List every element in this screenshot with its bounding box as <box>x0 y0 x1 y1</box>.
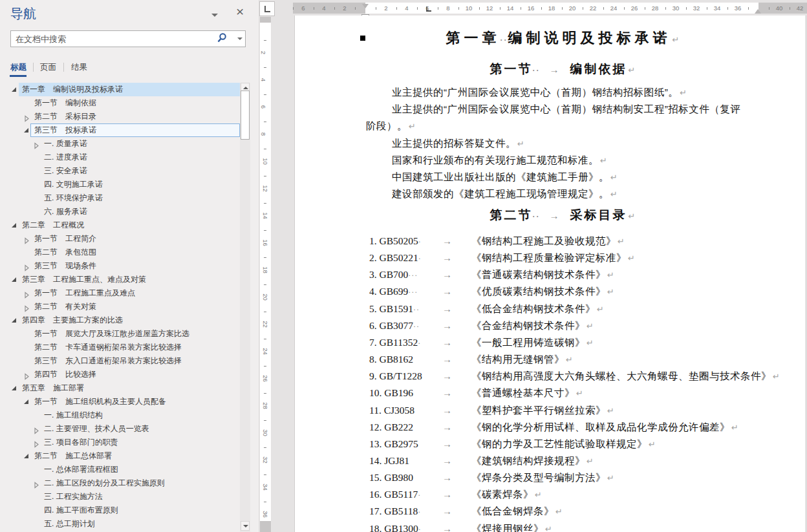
standards-list-item[interactable]: 17. GB5118·→《低合金钢焊条》↵ <box>295 503 773 520</box>
standards-list-item[interactable]: 2. GB50221·→《钢结构工程质量检验评定标准》↵ <box>295 250 773 266</box>
collapse-toggle-icon[interactable] <box>12 223 16 228</box>
tab-results[interactable]: 结果 <box>71 62 87 73</box>
nav-tree-item[interactable]: 第一章 编制说明及投标承诺 <box>0 83 241 96</box>
expand-toggle-icon[interactable] <box>24 235 30 242</box>
nav-tree-item[interactable]: 第一节 展览大厅及珠江散步道屋盖方案比选 <box>0 327 241 341</box>
nav-scrollbar-thumb[interactable] <box>241 90 250 140</box>
nav-tree-item[interactable]: 五. 总工期计划 <box>0 517 241 531</box>
nav-tree-item[interactable]: 三. 项目各部门的职责 <box>0 436 241 449</box>
body-paragraph-line[interactable]: 业主提供的招标答疑文件。↵ <box>366 135 793 152</box>
body-paragraph-line[interactable]: 业主提供的“广州国际会议展览中心（首期）钢结构招标图纸”。↵ <box>366 84 793 101</box>
expand-toggle-icon[interactable] <box>34 480 39 487</box>
nav-tree-item[interactable]: 第二章 工程概况 <box>0 218 241 232</box>
standards-list-item[interactable]: 11. CJ3058→《塑料护套半平行钢丝拉索》↵ <box>295 402 773 419</box>
nav-tree-item[interactable]: 一. 施工组织结构 <box>0 409 241 422</box>
body-paragraph-line[interactable]: 阶段）。↵ <box>366 118 767 134</box>
collapse-toggle-icon[interactable] <box>12 87 16 92</box>
nav-tree-item[interactable]: 第二节 有关对策 <box>0 300 241 314</box>
body-paragraph-line[interactable]: 业主提供的“广州国际会议展览中心（首期）钢结构制安工程”招标文件（复评 <box>366 101 793 118</box>
nav-tree-item[interactable]: 第三节 投标承诺 <box>0 123 241 137</box>
nav-tree-item[interactable]: 第二节 采标目录 <box>0 110 241 123</box>
horizontal-ruler[interactable]: 642246810121416182022242628303234364042 <box>293 3 807 14</box>
standards-list-item[interactable]: 18. GB1300·→《焊接用钢丝》↵ <box>295 520 773 532</box>
navpane-dropdown-icon[interactable] <box>211 14 218 17</box>
collapse-toggle-icon[interactable] <box>24 128 28 133</box>
document-search-box[interactable] <box>10 30 246 47</box>
body-paragraph-line[interactable]: 建设部颁发的《建筑工程施工现场管理规定》。↵ <box>366 186 793 202</box>
body-paragraph-line[interactable]: 国家和行业颁布的有关现行施工规范和标准。↵ <box>366 152 793 169</box>
nav-tree-item[interactable]: 第二节 卡车通道钢桁架吊装方案比较选择 <box>0 341 241 354</box>
section1-heading[interactable]: 第一节··→编制依据↵ <box>366 59 759 80</box>
collapse-toggle-icon[interactable] <box>12 277 16 282</box>
right-indent-marker[interactable] <box>755 9 761 14</box>
nav-tree-item[interactable]: 第一节 施工组织机构及主要人员配备 <box>0 395 241 409</box>
nav-tree-item[interactable]: 第三节 东入口通道桁架吊装方案比较选择 <box>0 354 241 368</box>
section2-heading[interactable]: 第二节··→采标目录↵ <box>366 206 759 226</box>
standards-list-item[interactable]: 15. GB980→《焊条分类及型号编制方法》↵ <box>295 469 773 486</box>
standards-list-item[interactable]: 6. GB3077··→《合金结构钢技术条件》↵ <box>295 317 773 334</box>
nav-tree-item[interactable]: 第三节 现场条件 <box>0 259 241 273</box>
collapse-toggle-icon[interactable] <box>12 318 16 323</box>
expand-toggle-icon[interactable] <box>34 140 39 147</box>
nav-tree-item[interactable]: 六. 服务承诺 <box>0 205 241 218</box>
expand-toggle-icon[interactable] <box>34 425 39 432</box>
nav-tree-item[interactable]: 第四节 比较选择 <box>0 368 241 381</box>
nav-tree-item[interactable]: 第二节 施工总体部署 <box>0 449 241 463</box>
collapse-toggle-icon[interactable] <box>24 454 28 458</box>
tab-stop-selector[interactable] <box>259 1 275 16</box>
standards-list-item[interactable]: 13. GB2975→《钢的力学及工艺性能试验取样规定》↵ <box>295 436 773 452</box>
collapse-toggle-icon[interactable] <box>12 386 16 390</box>
collapse-toggle-icon[interactable] <box>24 399 28 404</box>
standards-list-item[interactable]: 1. GB50205·→《钢结构工程施工及验收规范》↵ <box>295 233 773 250</box>
nav-tree-item[interactable]: 第四章 主要施工方案的比选 <box>0 314 241 327</box>
nav-tree-item[interactable]: 三. 安全承诺 <box>0 164 241 178</box>
standards-list-item[interactable]: 5. GB1591··→《低合金结构钢技术条件》↵ <box>295 301 773 317</box>
nav-tree-item[interactable]: 二. 进度承诺 <box>0 151 241 164</box>
standards-list-item[interactable]: 10. GB196→《普通螺栓基本尺寸》↵ <box>295 385 773 401</box>
navpane-close-button[interactable]: × <box>236 3 244 21</box>
vertical-ruler[interactable]: 24681012141618202224262830323436 <box>260 17 271 532</box>
expand-toggle-icon[interactable] <box>34 439 39 446</box>
standards-list-item[interactable]: 9. GB/T1228→《钢结构用高强度大六角头螺栓、大六角螺母、垫圈与技术条件… <box>295 368 773 385</box>
first-line-indent-marker[interactable] <box>362 4 369 8</box>
standards-list-item[interactable]: 4. GB699···→《优质碳素结构钢技术条件》↵ <box>295 283 773 300</box>
tab-headings[interactable]: 标题 <box>10 62 27 73</box>
pilcrow-mark: ↵ <box>566 355 573 365</box>
nav-scroll-down-button[interactable] <box>241 521 250 531</box>
expand-toggle-icon[interactable] <box>24 371 30 378</box>
nav-tree-item[interactable]: 一. 质量承诺 <box>0 137 241 151</box>
expand-toggle-icon[interactable] <box>24 303 30 310</box>
standards-list-item[interactable]: 16. GB5117·→《碳素焊条》↵ <box>295 486 773 503</box>
nav-tree-item[interactable]: 五. 环境保护承诺 <box>0 191 241 205</box>
body-paragraph-line[interactable]: 中国建筑工业出版社出版的《建筑施工手册》。↵ <box>366 169 793 186</box>
expand-toggle-icon[interactable] <box>24 290 30 297</box>
document-page[interactable]: 第一章··编制说明及投标承诺↵ 第一节··→编制依据↵ 业主提供的“广州国际会议… <box>294 16 806 532</box>
nav-tree-item[interactable]: 第一节 工程简介 <box>0 232 241 246</box>
nav-tree-item[interactable]: 四. 文明施工承诺 <box>0 178 241 191</box>
nav-tree-item[interactable]: 二. 施工区段的划分及工程实施原则 <box>0 476 241 490</box>
nav-tree-item[interactable]: 四. 施工平面布置原则 <box>0 504 241 517</box>
search-options-dropdown-icon[interactable] <box>237 37 242 40</box>
nav-tree-item[interactable]: 第二节 承包范围 <box>0 246 241 259</box>
standards-list-item[interactable]: 7. GB11352·→《一般工程用铸造碳钢》↵ <box>295 334 773 351</box>
expand-toggle-icon[interactable] <box>24 262 30 270</box>
tab-pages[interactable]: 页面 <box>40 62 56 73</box>
nav-tree-item[interactable]: 第五章 施工部署 <box>0 381 241 395</box>
nav-tree-item[interactable]: 第一节 编制依据 <box>0 96 241 110</box>
chapter-heading[interactable]: 第一章··编制说明及投标承诺↵ <box>366 27 759 51</box>
standards-list-item[interactable]: 3. GB700···→《普通碳素结构钢技术条件》↵ <box>295 266 773 283</box>
nav-tree-item[interactable]: 二. 主要管理、技术人员一览表 <box>0 422 241 436</box>
nav-tree-item[interactable]: 第三章 工程施工重点、难点及对策 <box>0 273 241 286</box>
standard-code: 3. GB700··· <box>369 266 418 284</box>
expand-toggle-icon[interactable] <box>24 113 30 120</box>
nav-scrollbar[interactable] <box>240 83 250 532</box>
standards-list-item[interactable]: 12. GB222→《钢的化学分析用试样、取样及成品化学成份允许偏差》↵ <box>295 419 773 436</box>
search-input[interactable] <box>11 31 222 47</box>
nav-tree-item[interactable]: 一. 总体部署流程框图 <box>0 463 241 476</box>
nav-tree-item[interactable]: 第一节 工程施工重点及难点 <box>0 286 241 300</box>
space-marks: · <box>418 507 421 516</box>
nav-tree-item[interactable]: 三. 工程实施方法 <box>0 490 241 504</box>
standards-list-item[interactable]: 14. JGJ81→《建筑钢结构焊接规程》↵ <box>295 452 773 469</box>
search-button[interactable] <box>215 32 231 45</box>
standards-list-item[interactable]: 8. GB8162→《结构用无缝钢管》↵ <box>295 351 773 368</box>
